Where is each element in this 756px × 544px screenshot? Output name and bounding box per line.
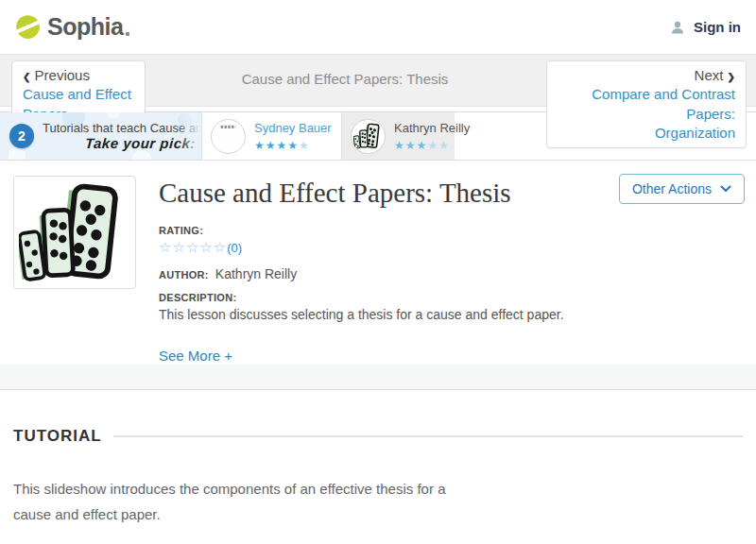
sophia-logo-icon (15, 14, 41, 40)
lesson-description: This lesson discusses selecting a thesis… (159, 307, 610, 322)
avatar (351, 119, 386, 154)
next-lesson-link-line1[interactable]: Compare and Contrast Papers: (592, 86, 735, 121)
sign-in-button[interactable]: Sign in (669, 19, 741, 36)
logo-trademark-dot (126, 32, 129, 36)
current-lesson-breadcrumb: Cause and Effect Papers: Thesis (151, 71, 539, 87)
picker-heading: Tutorials that teach Cause and E (43, 121, 201, 135)
star-rating: ★★★★★ (394, 140, 470, 151)
next-lesson-link-line2[interactable]: Organization (655, 125, 735, 141)
author-name: Kathryn Reilly (215, 266, 297, 281)
tutorial-heading: TUTORIAL (13, 427, 102, 446)
section-divider-band (0, 365, 756, 390)
chevron-right-icon: ❯ (728, 72, 735, 82)
dominoes-thumbnail-icon (19, 182, 130, 282)
teacher-name[interactable]: Kathryn Reilly (394, 121, 470, 136)
next-lesson-card[interactable]: Next ❯ Compare and Contrast Papers: Orga… (546, 60, 747, 148)
teacher-card-kathryn-reilly[interactable]: Kathryn Reilly ★★★★★ (341, 112, 455, 160)
previous-label: Previous (35, 67, 90, 83)
page-title: Cause and Effect Papers: Thesis (159, 178, 610, 209)
tutorial-intro: This slideshow introduces the components… (13, 476, 461, 527)
rating-count-link[interactable]: (0) (227, 241, 242, 255)
tutorial-section: TUTORIAL This slideshow introduces the c… (0, 390, 756, 544)
lesson-navbar: ❮ Previous Cause and Effect Papers Cause… (0, 54, 756, 107)
lesson-thumbnail (13, 176, 136, 289)
next-label: Next (695, 67, 724, 83)
description-label: DESCRIPTION: (159, 292, 610, 303)
picker-tagline: Take your pick: (42, 135, 201, 151)
logo-wordmark: Sophia (47, 13, 123, 41)
heading-rule (113, 435, 743, 437)
picker-intro-panel: 2 Tutorials that teach Cause and E Take … (0, 112, 201, 160)
other-actions-label: Other Actions (632, 181, 712, 196)
avatar (211, 119, 246, 154)
rating-label: RATING: (159, 225, 610, 236)
tutorial-count-badge: 2 (9, 124, 34, 148)
teacher-name[interactable]: Sydney Bauer (254, 121, 332, 136)
author-label: AUTHOR: (159, 269, 209, 280)
app-header: Sophia Sign in (0, 0, 756, 54)
see-more-link[interactable]: See More + (159, 348, 232, 364)
star-rating: ★★★★★ (254, 140, 332, 151)
chevron-left-icon: ❮ (23, 72, 30, 82)
other-actions-button[interactable]: Other Actions (619, 174, 745, 204)
user-icon (669, 19, 686, 36)
lesson-header: Cause and Effect Papers: Thesis RATING: … (0, 161, 756, 365)
sign-in-label: Sign in (694, 19, 741, 35)
sophia-logo[interactable]: Sophia (15, 13, 129, 41)
teacher-card-sydney-bauer[interactable]: Sydney Bauer ★★★★★ (201, 112, 341, 160)
chevron-down-icon (720, 185, 731, 193)
rating-stars: ☆☆☆☆☆ (159, 239, 227, 255)
